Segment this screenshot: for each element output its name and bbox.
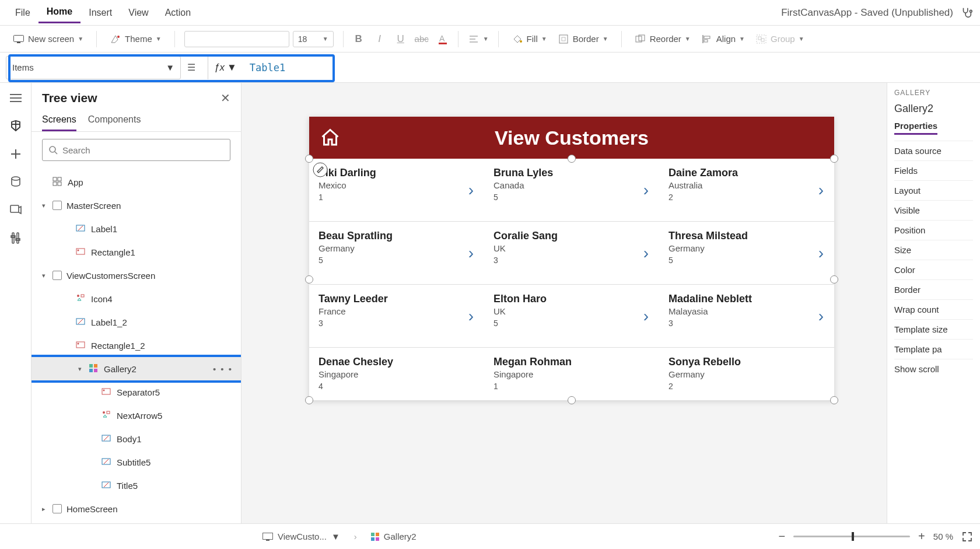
tree-node-body1[interactable]: Body1	[32, 427, 241, 450]
tree-node-icon4[interactable]: Icon4	[32, 287, 241, 310]
gallery-cell[interactable]: Tawny LeederFrance3›	[309, 285, 484, 348]
resize-handle[interactable]	[305, 275, 313, 284]
media-icon[interactable]	[8, 202, 24, 218]
gallery-cell[interactable]: Beau SpratlingGermany5›	[309, 222, 484, 285]
zoom-out-button[interactable]: −	[778, 530, 785, 543]
formula-input[interactable]: Table1	[243, 56, 974, 79]
gallery-cell[interactable]: Sonya RebelloGermany2	[659, 348, 834, 400]
canvas[interactable]: View Customers Viki DarlingMexico1›Bruna…	[242, 83, 887, 523]
chevron-right-icon[interactable]: ›	[818, 307, 824, 326]
chevron-right-icon[interactable]: ›	[468, 307, 474, 326]
hamburger-icon[interactable]	[8, 90, 24, 106]
gallery-cell[interactable]: Thresa MilsteadGermany5›	[659, 222, 834, 285]
tree-search[interactable]	[42, 139, 230, 161]
property-row[interactable]: Fields	[894, 160, 973, 180]
menu-action[interactable]: Action	[157, 3, 199, 23]
gallery-cell[interactable]: Bruna LylesCanada5›	[484, 159, 659, 222]
data-icon[interactable]	[8, 174, 24, 190]
tree-node-gallery2[interactable]: ▾ Gallery2 • • •	[32, 357, 241, 380]
gallery-cell[interactable]: Viki DarlingMexico1›	[309, 159, 484, 222]
close-icon[interactable]: ✕	[220, 91, 230, 105]
property-row[interactable]: Layout	[894, 180, 973, 200]
property-row[interactable]: Template pa	[894, 339, 973, 359]
italic-icon[interactable]: I	[374, 33, 386, 45]
tree-node-label1[interactable]: Label1	[32, 217, 241, 240]
fill-button[interactable]: Fill ▼	[508, 31, 551, 47]
gallery-cell[interactable]: Madaline NeblettMalayasia3›	[659, 285, 834, 348]
edit-template-icon[interactable]	[313, 162, 328, 177]
tree-node-subtitle5[interactable]: Subtitle5	[32, 450, 241, 474]
property-row[interactable]: Position	[894, 220, 973, 240]
tab-screens[interactable]: Screens	[42, 110, 76, 131]
property-row[interactable]: Visible	[894, 200, 973, 220]
property-row[interactable]: Color	[894, 260, 973, 279]
property-row[interactable]: Wrap count	[894, 299, 973, 319]
chevron-right-icon[interactable]: ›	[818, 181, 824, 200]
resize-handle[interactable]	[568, 155, 576, 163]
theme-button[interactable]: Theme ▼	[106, 31, 165, 47]
resize-handle[interactable]	[830, 155, 838, 163]
tree-node-rectangle1-2[interactable]: Rectangle1_2	[32, 334, 241, 357]
group-button[interactable]: Group ▼	[752, 31, 808, 47]
strike-icon[interactable]: abc	[416, 33, 428, 45]
app-checker-icon[interactable]	[960, 6, 973, 19]
align-text-icon[interactable]	[468, 33, 480, 45]
fx-button[interactable]: ƒx ▼	[208, 56, 243, 79]
tree-node-nextarrow5[interactable]: NextArrow5	[32, 404, 241, 427]
tree-node-masterscreen[interactable]: ▾ MasterScreen	[32, 194, 241, 217]
property-row[interactable]: Show scroll	[894, 359, 973, 379]
chevron-right-icon[interactable]: ›	[643, 244, 649, 263]
insert-icon[interactable]	[8, 146, 24, 162]
gallery-selection[interactable]: Viki DarlingMexico1›Bruna LylesCanada5›D…	[309, 159, 834, 400]
property-row[interactable]: Size	[894, 240, 973, 260]
property-row[interactable]: Border	[894, 279, 973, 299]
zoom-in-button[interactable]: +	[918, 530, 925, 543]
format-text-icon[interactable]: ☰	[181, 62, 202, 73]
bold-icon[interactable]: B	[353, 33, 365, 45]
resize-handle[interactable]	[830, 275, 838, 284]
underline-icon[interactable]: U	[395, 33, 407, 45]
properties-tab[interactable]: Properties	[894, 121, 937, 135]
gallery-cell[interactable]: Elton HaroUK5›	[484, 285, 659, 348]
tree-node-homescreen[interactable]: ▸ HomeScreen	[32, 497, 241, 520]
gallery-cell[interactable]: Megan RohmanSingapore1	[484, 348, 659, 400]
chevron-right-icon[interactable]: ›	[468, 181, 474, 200]
tree-node-rectangle1[interactable]: Rectangle1	[32, 240, 241, 264]
breadcrumb-control[interactable]: Gallery2	[365, 529, 422, 544]
tree-node-label1-2[interactable]: Label1_2	[32, 310, 241, 334]
more-icon[interactable]: • • •	[213, 364, 233, 374]
font-color-icon[interactable]: A	[437, 33, 449, 45]
gallery-cell[interactable]: Daine ZamoraAustralia2›	[659, 159, 834, 222]
align-button[interactable]: Align ▼	[698, 31, 748, 47]
checkbox[interactable]	[52, 504, 62, 513]
tree-view-icon[interactable]	[8, 118, 24, 134]
tree-node-app[interactable]: App	[32, 170, 241, 194]
home-icon[interactable]	[320, 127, 341, 148]
property-row[interactable]: Data source	[894, 141, 973, 160]
font-name-select[interactable]	[184, 31, 289, 47]
resize-handle[interactable]	[305, 396, 313, 404]
property-selector[interactable]: Items ▼	[6, 56, 181, 79]
reorder-button[interactable]: Reorder ▼	[631, 31, 694, 47]
checkbox[interactable]	[52, 271, 62, 280]
chevron-right-icon[interactable]: ›	[818, 244, 824, 263]
tree-node-viewcustomersscreen[interactable]: ▾ ViewCustomersScreen	[32, 264, 241, 287]
chevron-right-icon[interactable]: ›	[643, 307, 649, 326]
menu-file[interactable]: File	[7, 3, 38, 23]
new-screen-button[interactable]: New screen ▼	[9, 31, 87, 47]
menu-home[interactable]: Home	[38, 2, 80, 23]
gallery-cell[interactable]: Coralie SangUK3›	[484, 222, 659, 285]
search-input[interactable]	[62, 145, 224, 155]
zoom-slider[interactable]	[793, 536, 910, 537]
property-row[interactable]: Template size	[894, 319, 973, 339]
breadcrumb-screen[interactable]: ViewCusto... ▼	[257, 529, 346, 544]
tools-icon[interactable]	[8, 230, 24, 246]
resize-handle[interactable]	[568, 396, 576, 404]
menu-view[interactable]: View	[120, 3, 156, 23]
gallery-cell[interactable]: Denae ChesleySingapore4	[309, 348, 484, 400]
tree-node-separator5[interactable]: Separator5	[32, 380, 241, 404]
chevron-right-icon[interactable]: ›	[643, 181, 649, 200]
menu-insert[interactable]: Insert	[80, 3, 120, 23]
tree-node-title5[interactable]: Title5	[32, 474, 241, 497]
chevron-right-icon[interactable]: ›	[468, 244, 474, 263]
